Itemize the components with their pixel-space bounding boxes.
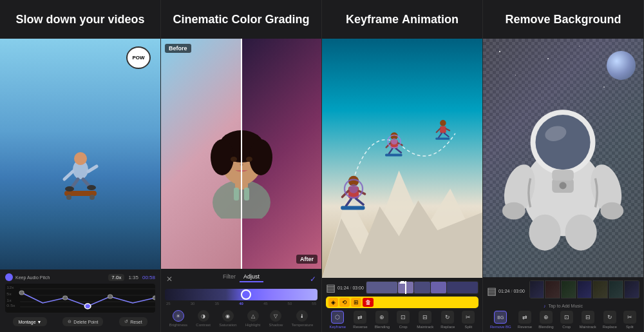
blending-tool-4[interactable]: ⊕ Blending <box>538 311 553 329</box>
blending-tool[interactable]: ⊕ Blending <box>375 311 390 329</box>
split-tool-4[interactable]: ✂ Split <box>623 311 636 329</box>
svg-text:12x: 12x <box>6 285 14 289</box>
skater-icon <box>55 147 106 205</box>
card-color-grading: Cinematic Color Grading <box>161 0 322 332</box>
before-label: Before <box>165 44 191 53</box>
keyframe-tool[interactable]: ⬡ Keyframe <box>330 311 346 329</box>
card4-title: Remove Background <box>483 0 643 39</box>
shadow-tool[interactable]: ▽ Shadow <box>269 310 283 327</box>
card3-tools: ⬡ Keyframe ⇄ Reverse ⊕ Blending ⊡ Crop ⊟… <box>326 311 478 329</box>
brightness-slider[interactable]: 253035 40 455055 <box>165 289 317 306</box>
reverse-tool-4[interactable]: ⇄ Reverse <box>518 311 532 329</box>
reset-button[interactable]: ↺ Reset <box>119 317 147 326</box>
svg-rect-60 <box>436 137 450 139</box>
saturation-tool[interactable]: ◉ Saturation <box>219 310 236 327</box>
after-label: After <box>296 255 317 264</box>
remove-bg-tool[interactable]: BG Remove BG <box>490 311 511 329</box>
montage-button[interactable]: Montage ▼ <box>13 317 46 326</box>
card4-title-line2: Background <box>554 13 621 27</box>
card2-image: Before After <box>161 39 321 269</box>
tab-filter[interactable]: Filter <box>219 272 240 282</box>
svg-point-63 <box>536 115 591 170</box>
highlight-tool[interactable]: △ Highlight <box>245 310 260 327</box>
split-tool[interactable]: ✂ Split <box>462 311 475 329</box>
svg-point-19 <box>19 291 24 295</box>
speed-badge: 7.0x <box>108 274 124 281</box>
add-music-bar[interactable]: ♪ Tap to Add Music <box>487 304 639 308</box>
speed-graph[interactable]: 12x 5x 1x 0.5x <box>5 284 155 313</box>
svg-point-22 <box>108 295 113 298</box>
svg-point-68 <box>601 202 624 220</box>
maintrack-tool[interactable]: ⊟ Maintrack <box>417 311 433 329</box>
filmstrip <box>529 280 639 298</box>
contrast-tool[interactable]: ◑ Contrast <box>196 310 211 327</box>
svg-point-21 <box>84 304 90 309</box>
keep-audio-toggle[interactable]: Keep Audio Pitch <box>5 273 50 281</box>
svg-text:0.5x: 0.5x <box>6 303 15 307</box>
svg-line-2 <box>64 171 73 179</box>
timeline-bar[interactable] <box>366 281 478 294</box>
divider-line <box>241 39 242 269</box>
svg-point-1 <box>74 152 87 165</box>
crop-tool[interactable]: ⊡ Crop <box>397 311 410 329</box>
svg-rect-33 <box>244 188 249 200</box>
svg-rect-51 <box>385 153 402 156</box>
svg-line-3 <box>88 166 97 171</box>
confirm-button[interactable]: ✓ <box>310 275 316 284</box>
svg-rect-73 <box>553 170 574 181</box>
svg-text:1x: 1x <box>6 298 12 302</box>
keyframe-animation <box>330 51 474 266</box>
card1-title-line1: Slow down <box>15 13 76 27</box>
svg-point-54 <box>440 120 447 126</box>
svg-rect-42 <box>341 206 365 210</box>
speech-bubble: POW <box>126 46 151 69</box>
card3-title-line1: Keyframe <box>346 13 399 27</box>
astronaut-icon <box>491 63 635 266</box>
reverse-tool[interactable]: ⇄ Reverse <box>353 311 367 329</box>
svg-point-7 <box>66 195 71 200</box>
replace-tool[interactable]: ↻ Replace <box>440 311 455 329</box>
card2-title-line2: Color Grading <box>232 13 310 27</box>
card1-image: POW <box>0 39 160 269</box>
svg-line-49 <box>389 148 393 153</box>
svg-point-44 <box>349 184 358 193</box>
card-keyframe: Keyframe Animation <box>322 0 483 332</box>
svg-point-9 <box>65 186 74 191</box>
maintrack-tool-4[interactable]: ⊟ Maintrack <box>580 311 596 329</box>
card-slow-down: Slow down your videos POW <box>0 0 161 332</box>
svg-text:5x: 5x <box>6 291 12 295</box>
card1-title-line2: your videos <box>79 13 144 27</box>
svg-line-41 <box>356 198 364 204</box>
svg-line-50 <box>396 148 401 153</box>
svg-line-56 <box>437 128 440 132</box>
svg-point-29 <box>249 139 272 175</box>
svg-point-70 <box>565 215 597 251</box>
svg-point-10 <box>87 185 96 190</box>
svg-line-58 <box>439 133 442 137</box>
svg-point-8 <box>90 195 95 200</box>
svg-line-40 <box>346 198 352 206</box>
card4-title-line1: Remove <box>505 13 550 27</box>
svg-point-69 <box>529 215 561 251</box>
card2-controls: ✕ Filter Adjust ✓ 253035 40 455055 ☀ Bri… <box>161 269 321 332</box>
temperature-tool[interactable]: 🌡 Temperature <box>292 310 314 327</box>
card4-image <box>483 39 643 277</box>
tab-adjust[interactable]: Adjust <box>240 272 263 282</box>
card1-title: Slow down your videos <box>0 0 160 39</box>
card3-image <box>322 39 482 278</box>
card3-controls: ▤ 01:24 / 03:00 <box>322 278 482 332</box>
close-button[interactable]: ✕ <box>166 275 173 284</box>
svg-point-20 <box>63 296 68 300</box>
delete-point-button[interactable]: ⊖ Delete Point <box>62 317 103 326</box>
svg-point-30 <box>231 157 237 162</box>
filter-tabs: Filter Adjust <box>219 272 263 282</box>
svg-rect-55 <box>440 126 447 133</box>
card1-controls: Keep Audio Pitch 7.0x 1:35 00:58 12x 5x … <box>0 269 160 332</box>
svg-line-59 <box>444 133 449 136</box>
crop-tool-4[interactable]: ⊡ Crop <box>560 311 573 329</box>
replace-tool-4[interactable]: ↻ Replace <box>603 311 617 329</box>
card-remove-bg: Remove Background <box>483 0 644 332</box>
brightness-tool[interactable]: ☀ Brightness <box>169 310 187 327</box>
card1-bottom-buttons: Montage ▼ ⊖ Delete Point ↺ Reset <box>5 315 155 328</box>
card3-title-line2: Animation <box>402 13 459 27</box>
